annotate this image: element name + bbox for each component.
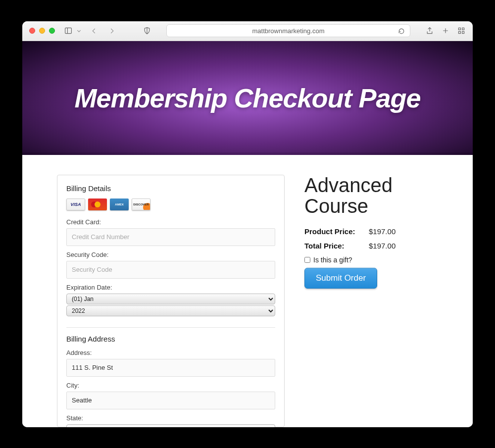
security-code-input[interactable]: [66, 261, 275, 279]
svg-rect-8: [462, 32, 464, 34]
product-name: Advanced Course: [304, 175, 438, 216]
price-label: Total Price:: [304, 242, 369, 250]
nav-forward-button[interactable]: [109, 28, 114, 33]
tabs-overview-icon[interactable]: [457, 26, 466, 35]
hero-banner: Membership Checkout Page: [22, 41, 473, 155]
order-summary: Advanced Course Product Price: $197.00 T…: [304, 175, 438, 427]
visa-card-icon: VISA: [66, 199, 85, 210]
page-title: Membership Checkout Page: [74, 83, 420, 113]
page-content: Membership Checkout Page Billing Details…: [22, 41, 473, 427]
gift-label: Is this a gift?: [313, 256, 352, 264]
price-row-product: Product Price: $197.00: [304, 227, 438, 236]
address-label: Address:: [66, 349, 275, 356]
address-input[interactable]: [66, 359, 275, 377]
city-input[interactable]: [66, 392, 275, 409]
browser-window: mattbrownmarketing.com Membership Checko…: [22, 21, 473, 427]
maximize-window-button[interactable]: [49, 28, 55, 34]
window-controls: [29, 28, 55, 34]
gift-checkbox-row[interactable]: Is this a gift?: [304, 256, 438, 264]
state-label: State:: [66, 414, 275, 422]
url-text: mattbrownmarketing.com: [252, 27, 325, 35]
nav-back-button[interactable]: [93, 28, 98, 33]
city-label: City:: [66, 382, 275, 389]
state-select[interactable]: Washington: [66, 424, 275, 427]
billing-details-heading: Billing Details: [66, 184, 275, 193]
price-label: Product Price:: [304, 227, 369, 236]
expiration-label: Expiration Date:: [66, 284, 275, 291]
price-value: $197.00: [369, 242, 396, 250]
url-bar[interactable]: mattbrownmarketing.com: [166, 24, 410, 37]
section-divider: [66, 327, 275, 328]
minimize-window-button[interactable]: [39, 28, 45, 34]
billing-form: Billing Details VISA AMEX DISCOVER Credi…: [57, 175, 285, 427]
chevron-down-icon[interactable]: [77, 28, 81, 32]
reload-icon[interactable]: [397, 27, 406, 36]
svg-rect-0: [65, 28, 72, 33]
expiration-year-select[interactable]: 2022: [66, 305, 275, 316]
svg-rect-5: [458, 28, 460, 30]
credit-card-input[interactable]: [66, 228, 275, 246]
mastercard-icon: [88, 199, 107, 210]
svg-rect-7: [458, 32, 460, 34]
credit-card-label: Credit Card:: [66, 218, 275, 226]
svg-rect-6: [462, 28, 464, 30]
close-window-button[interactable]: [29, 28, 35, 34]
accepted-cards: VISA AMEX DISCOVER: [66, 199, 275, 210]
expiration-month-select[interactable]: (01) Jan: [66, 294, 275, 304]
new-tab-icon[interactable]: [441, 26, 450, 35]
gift-checkbox[interactable]: [304, 257, 310, 263]
shield-icon[interactable]: [143, 26, 151, 35]
price-row-total: Total Price: $197.00: [304, 242, 438, 250]
price-value: $197.00: [369, 227, 396, 236]
sidebar-toggle-icon[interactable]: [64, 26, 73, 35]
share-icon[interactable]: [425, 26, 434, 35]
titlebar: mattbrownmarketing.com: [22, 21, 473, 41]
security-code-label: Security Code:: [66, 251, 275, 258]
submit-order-button[interactable]: Submit Order: [304, 268, 377, 289]
billing-address-heading: Billing Address: [66, 335, 275, 343]
amex-icon: AMEX: [110, 199, 129, 210]
discover-icon: DISCOVER: [132, 199, 150, 210]
